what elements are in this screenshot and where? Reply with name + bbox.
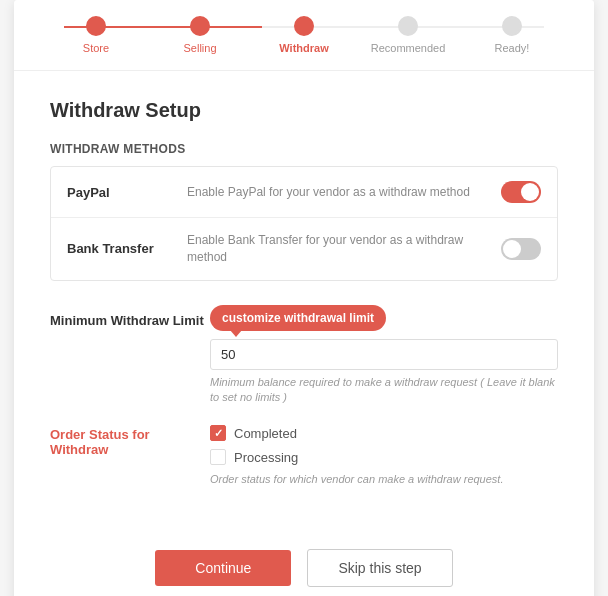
withdraw-limit-label: Minimum Withdraw Limit [50, 305, 210, 328]
bank-transfer-name: Bank Transfer [67, 241, 187, 256]
wizard-card: Store Selling Withdraw Recommended Ready… [14, 0, 594, 596]
bank-transfer-toggle[interactable] [501, 238, 541, 260]
withdraw-limit-row: Minimum Withdraw Limit customize withdra… [50, 305, 558, 406]
step-selling-label: Selling [183, 42, 216, 54]
processing-checkbox-row: Processing [210, 449, 558, 465]
skip-button[interactable]: Skip this step [307, 549, 452, 587]
tooltip-bubble: customize withdrawal limit [210, 305, 386, 331]
step-recommended-label: Recommended [371, 42, 446, 54]
progress-bar: Store Selling Withdraw Recommended Ready… [14, 0, 594, 71]
step-store: Store [44, 16, 148, 54]
step-store-dot [86, 16, 106, 36]
steps-container: Store Selling Withdraw Recommended Ready… [44, 16, 564, 70]
page-title: Withdraw Setup [50, 99, 558, 122]
processing-checkbox[interactable] [210, 449, 226, 465]
order-status-hint: Order status for which vendor can make a… [210, 473, 558, 485]
completed-checkbox-row: Completed [210, 425, 558, 441]
step-ready-label: Ready! [495, 42, 530, 54]
step-recommended-dot [398, 16, 418, 36]
continue-button[interactable]: Continue [155, 550, 291, 586]
methods-section-label: Withdraw Methods [50, 142, 558, 156]
step-selling: Selling [148, 16, 252, 54]
step-selling-dot [190, 16, 210, 36]
step-ready-dot [502, 16, 522, 36]
processing-label: Processing [234, 450, 298, 465]
step-withdraw: Withdraw [252, 16, 356, 54]
withdraw-limit-content: customize withdrawal limit Minimum balan… [210, 305, 558, 406]
bank-transfer-row: Bank Transfer Enable Bank Transfer for y… [51, 218, 557, 280]
paypal-row: PayPal Enable PayPal for your vendor as … [51, 167, 557, 218]
bank-transfer-toggle-knob [503, 240, 521, 258]
completed-label: Completed [234, 426, 297, 441]
order-status-options: Completed Processing Order status for wh… [210, 425, 558, 485]
step-withdraw-label: Withdraw [279, 42, 328, 54]
step-recommended: Recommended [356, 16, 460, 54]
step-withdraw-dot [294, 16, 314, 36]
paypal-toggle[interactable] [501, 181, 541, 203]
step-store-label: Store [83, 42, 109, 54]
step-ready: Ready! [460, 16, 564, 54]
order-status-label: Order Status for Withdraw [50, 425, 210, 457]
withdraw-limit-hint: Minimum balance required to make a withd… [210, 375, 558, 406]
completed-checkbox[interactable] [210, 425, 226, 441]
methods-table: PayPal Enable PayPal for your vendor as … [50, 166, 558, 281]
withdraw-limit-input[interactable] [210, 339, 558, 370]
footer: Continue Skip this step [14, 533, 594, 596]
paypal-toggle-knob [521, 183, 539, 201]
paypal-name: PayPal [67, 185, 187, 200]
bank-transfer-desc: Enable Bank Transfer for your vendor as … [187, 232, 501, 266]
main-content: Withdraw Setup Withdraw Methods PayPal E… [14, 71, 594, 533]
order-status-row: Order Status for Withdraw Completed Proc… [50, 425, 558, 485]
paypal-desc: Enable PayPal for your vendor as a withd… [187, 184, 501, 201]
